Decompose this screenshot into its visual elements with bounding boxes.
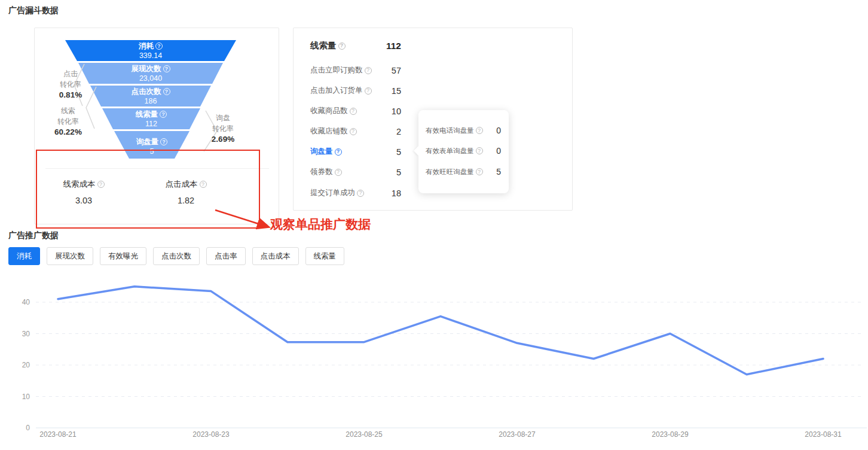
help-icon[interactable]: ?: [160, 111, 167, 118]
stat-label: 点击加入订货单: [310, 86, 363, 96]
help-icon[interactable]: ?: [476, 168, 483, 175]
funnel-layer-label: 点击次数: [132, 87, 161, 96]
stat-row-leads[interactable]: 线索量? 112: [310, 40, 401, 51]
funnel-layer-inquiries[interactable]: 询盘量? 5: [114, 131, 190, 159]
funnel-layer-value: 5: [150, 147, 154, 156]
tab-click-rate[interactable]: 点击率: [206, 247, 246, 265]
help-icon[interactable]: ?: [335, 169, 342, 176]
rate-label: 点击: [51, 68, 90, 79]
rate-label: 转化率: [204, 123, 242, 134]
funnel-layer-value: 186: [145, 96, 157, 106]
help-icon[interactable]: ?: [335, 148, 342, 156]
stat-row-order-now-clicks[interactable]: 点击立即订购数? 57: [310, 65, 401, 75]
funnel-layer-label: 询盘量: [136, 137, 159, 147]
stat-row-inquiries[interactable]: 询盘量? 5: [310, 147, 401, 157]
funnel-card: 消耗? 339.14 展现次数? 23,040 点击次数? 186 线索量? 1…: [34, 28, 279, 224]
funnel-layer-label: 线索量: [136, 110, 158, 119]
help-icon[interactable]: ?: [200, 181, 207, 188]
stat-row-favorited-stores[interactable]: 收藏店铺数? 2: [310, 126, 401, 136]
svg-text:2023-08-31: 2023-08-31: [805, 430, 842, 439]
stat-value: 2: [396, 127, 401, 136]
svg-text:2023-08-25: 2023-08-25: [346, 430, 383, 439]
stat-row-favorited-products[interactable]: 收藏商品数? 10: [310, 106, 401, 116]
popup-value: 0: [496, 146, 501, 156]
promo-line-chart[interactable]: 0102030402023-08-212023-08-232023-08-252…: [0, 275, 868, 450]
stat-row-coupons-claimed[interactable]: 领券数? 5: [310, 167, 401, 177]
tab-effective-exposure[interactable]: 有效曝光: [100, 247, 146, 265]
rate-label: 线索: [47, 105, 90, 116]
funnel-layer-leads[interactable]: 线索量? 112: [102, 108, 200, 129]
help-icon[interactable]: ?: [476, 147, 483, 154]
stat-label: 收藏商品数: [310, 106, 348, 116]
popup-label: 有效表单询盘量: [426, 147, 474, 156]
stat-value: 18: [392, 188, 401, 198]
help-icon[interactable]: ?: [350, 128, 357, 135]
metric-tabs: 消耗 展现次数 有效曝光 点击次数 点击率 点击成本 线索量: [8, 247, 344, 265]
annotation-text: 观察单品推广数据: [270, 216, 371, 233]
svg-text:10: 10: [22, 393, 30, 401]
stat-label: 领券数: [310, 167, 333, 177]
divider: [45, 168, 269, 169]
help-icon[interactable]: ?: [163, 65, 170, 72]
tab-consumption[interactable]: 消耗: [8, 247, 40, 265]
popup-row-phone-inquiries: 有效电话询盘量? 0: [426, 126, 501, 135]
svg-text:20: 20: [22, 361, 30, 369]
rate-label: 转化率: [51, 79, 90, 90]
lead-conversion-rate: 线索 转化率 60.22%: [47, 105, 90, 138]
help-icon[interactable]: ?: [160, 138, 167, 145]
lead-cost: 线索成本? 3.03: [51, 179, 117, 205]
help-icon[interactable]: ?: [163, 88, 170, 95]
cost-value: 3.03: [51, 196, 117, 205]
popup-label: 有效电话询盘量: [426, 126, 474, 135]
promo-section-title: 广告推广数据: [8, 230, 59, 241]
svg-text:2023-08-21: 2023-08-21: [39, 430, 77, 439]
funnel-section-title: 广告漏斗数据: [8, 5, 59, 16]
help-icon[interactable]: ?: [476, 127, 483, 134]
funnel-layer-consumption[interactable]: 消耗? 339.14: [65, 40, 236, 61]
stat-label: 询盘量: [310, 147, 333, 157]
help-icon[interactable]: ?: [97, 181, 105, 188]
funnel-layer-label: 展现次数: [132, 64, 161, 74]
help-icon[interactable]: ?: [350, 108, 357, 115]
help-icon[interactable]: ?: [365, 67, 372, 74]
svg-text:2023-08-27: 2023-08-27: [499, 430, 536, 439]
tab-leads[interactable]: 线索量: [305, 247, 345, 265]
stat-row-add-to-order-clicks[interactable]: 点击加入订货单? 15: [310, 86, 401, 96]
help-icon[interactable]: ?: [365, 87, 372, 95]
cost-value: 1.82: [153, 196, 219, 205]
popup-value: 5: [496, 167, 501, 177]
stat-value: 10: [392, 107, 401, 116]
stat-row-orders-submitted[interactable]: 提交订单成功? 18: [310, 188, 401, 198]
cost-label: 点击成本: [166, 179, 198, 190]
funnel-layer-label: 消耗: [139, 41, 154, 51]
click-cost: 点击成本? 1.82: [153, 179, 219, 205]
svg-text:30: 30: [22, 330, 30, 338]
stat-label: 提交订单成功: [310, 188, 355, 198]
svg-text:2023-08-23: 2023-08-23: [192, 430, 230, 439]
stat-value: 112: [386, 41, 401, 51]
stat-label: 收藏店铺数: [310, 126, 348, 136]
svg-text:0: 0: [26, 424, 30, 432]
popup-row-form-inquiries: 有效表单询盘量? 0: [426, 146, 501, 156]
help-icon[interactable]: ?: [357, 190, 364, 197]
tab-click-cost[interactable]: 点击成本: [252, 247, 299, 265]
help-icon[interactable]: ?: [155, 42, 163, 50]
funnel-layer-clicks[interactable]: 点击次数? 186: [90, 86, 211, 107]
tab-impressions[interactable]: 展现次数: [47, 247, 93, 265]
inquiry-conversion-rate: 询盘 转化率 2.69%: [204, 113, 242, 145]
funnel-layer-impressions[interactable]: 展现次数? 23,040: [78, 63, 223, 84]
popup-row-wangwang-inquiries: 有效旺旺询盘量? 5: [426, 167, 501, 177]
help-icon[interactable]: ?: [338, 42, 346, 50]
funnel-layer-value: 339.14: [139, 51, 162, 60]
popup-arrow: [414, 146, 418, 156]
popup-label: 有效旺旺询盘量: [426, 168, 474, 177]
rate-value: 0.81%: [51, 90, 90, 101]
svg-text:40: 40: [22, 298, 30, 306]
popup-value: 0: [496, 126, 501, 135]
stat-value: 5: [396, 147, 401, 157]
stat-value: 15: [392, 86, 401, 96]
line-chart-svg: 0102030402023-08-212023-08-232023-08-252…: [0, 275, 868, 450]
stat-label: 线索量: [310, 40, 337, 51]
tab-clicks[interactable]: 点击次数: [153, 247, 200, 265]
rate-label: 转化率: [47, 116, 90, 127]
